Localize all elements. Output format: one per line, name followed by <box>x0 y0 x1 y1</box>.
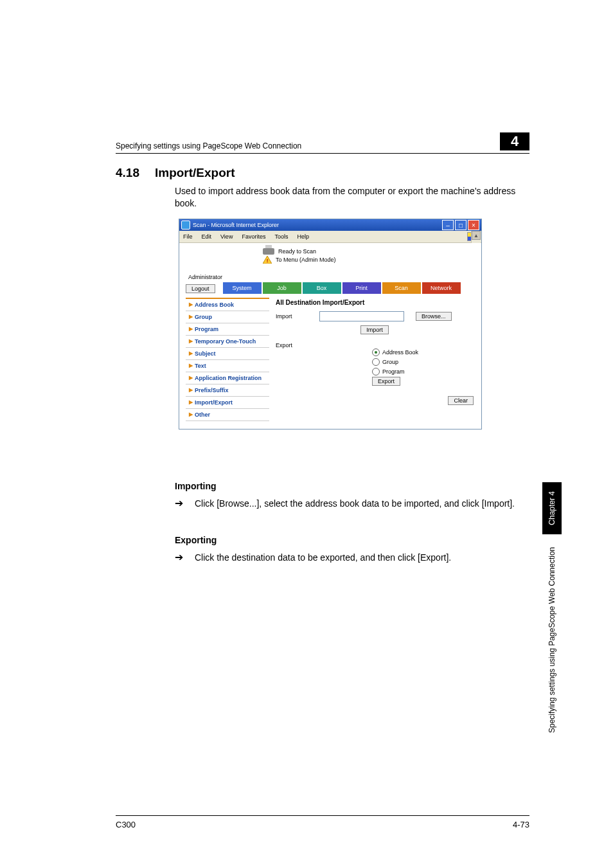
sidebar-item-label: Other <box>195 411 210 418</box>
sidebar-item-application-registration[interactable]: ▶Application Registration <box>186 372 269 384</box>
arrow-icon: ➔ <box>175 552 183 564</box>
footer-page: 4-73 <box>513 820 529 829</box>
tab-scan[interactable]: Scan <box>382 282 421 294</box>
sidebar-item-label: Program <box>195 326 218 332</box>
sidebar-item-temporary-one-touch[interactable]: ▶Temporary One-Touch <box>186 336 269 348</box>
sidebar-item-label: Subject <box>195 350 216 357</box>
sidebar-item-program[interactable]: ▶Program <box>186 323 269 336</box>
tab-job[interactable]: Job <box>263 282 301 294</box>
radio-group[interactable]: Group <box>372 358 474 366</box>
section-heading: 4.18 Import/Export <box>116 166 235 180</box>
sidebar-item-prefix-suffix[interactable]: ▶Prefix/Suffix <box>186 384 269 397</box>
tab-system[interactable]: System <box>223 282 262 294</box>
sidebar-item-text[interactable]: ▶Text <box>186 360 269 372</box>
logout-button[interactable]: Logout <box>186 284 215 293</box>
tab-network[interactable]: Network <box>422 282 461 294</box>
triangle-icon: ▶ <box>189 338 193 345</box>
tab-print[interactable]: Print <box>342 282 381 294</box>
exporting-text: Click the destination data to be exporte… <box>195 552 451 564</box>
sidebar-item-label: Group <box>195 314 212 320</box>
close-button[interactable]: × <box>468 220 479 230</box>
scroll-up-icon[interactable]: ▲ <box>472 231 481 240</box>
radio-icon <box>372 368 380 375</box>
radio-program[interactable]: Program <box>372 368 474 375</box>
import-label: Import <box>276 313 308 320</box>
sidebar-item-label: Address Book <box>195 302 234 308</box>
menu-file[interactable]: File <box>183 233 193 240</box>
radio-label: Address Book <box>382 349 418 356</box>
triangle-icon: ▶ <box>189 302 193 308</box>
sidebar-item-label: Prefix/Suffix <box>195 387 229 393</box>
footer-model: C300 <box>116 820 136 829</box>
chapter-number-box: 4 <box>500 132 529 150</box>
section-number: 4.18 <box>116 166 139 180</box>
exporting-heading: Exporting <box>175 535 217 545</box>
radio-address-book[interactable]: Address Book <box>372 348 474 356</box>
admin-label: Administrator <box>188 274 475 280</box>
to-menu-text: To Menu (Admin Mode) <box>276 257 336 263</box>
chapter-label: Chapter 4 <box>542 482 562 534</box>
content-title: All Destination Import/Export <box>276 299 474 306</box>
sidebar-item-import-export[interactable]: ▶Import/Export <box>186 397 269 409</box>
menu-help[interactable]: Help <box>297 233 309 240</box>
menu-edit[interactable]: Edit <box>202 233 212 240</box>
clear-button[interactable]: Clear <box>448 396 474 405</box>
content-area: All Destination Import/Export Import Bro… <box>274 298 475 421</box>
menubar: File Edit View Favorites Tools Help <box>179 231 481 243</box>
sidebar-item-other[interactable]: ▶Other <box>186 409 269 421</box>
triangle-icon: ▶ <box>189 411 193 418</box>
triangle-icon: ▶ <box>189 350 193 357</box>
running-head: Specifying settings using PageScope Web … <box>116 141 301 150</box>
arrow-icon: ➔ <box>175 498 183 510</box>
sidebar-item-address-book[interactable]: ▶Address Book <box>186 299 269 311</box>
triangle-icon: ▶ <box>189 387 193 393</box>
status-ready-row: Ready to Scan <box>263 248 475 255</box>
menu-favorites[interactable]: Favorites <box>242 233 265 240</box>
section-intro: Used to import address book data from th… <box>175 185 517 210</box>
menu-tools[interactable]: Tools <box>274 233 288 240</box>
minimize-button[interactable]: – <box>442 220 454 230</box>
sidebar-item-subject[interactable]: ▶Subject <box>186 348 269 360</box>
triangle-icon: ▶ <box>189 399 193 406</box>
importing-text: Click [Browse...], select the address bo… <box>195 498 515 510</box>
warning-icon: ! <box>263 256 272 264</box>
export-button[interactable]: Export <box>372 377 400 386</box>
running-head-row: Specifying settings using PageScope Web … <box>116 132 529 154</box>
triangle-icon: ▶ <box>189 326 193 332</box>
triangle-icon: ▶ <box>189 363 193 369</box>
browse-button[interactable]: Browse... <box>416 312 452 321</box>
radio-icon <box>372 348 380 356</box>
triangle-icon: ▶ <box>189 375 193 381</box>
radio-label: Program <box>382 368 405 375</box>
window-title: Scan - Microsoft Internet Explorer <box>193 222 279 228</box>
radio-label: Group <box>382 359 398 365</box>
maximize-button[interactable]: □ <box>455 220 466 230</box>
sidebar-item-group[interactable]: ▶Group <box>186 311 269 323</box>
svg-text:!: ! <box>267 258 269 264</box>
sidebar-item-label: Text <box>195 363 206 369</box>
footer: C300 4-73 <box>116 815 529 829</box>
ie-icon <box>181 221 190 230</box>
status-menu-row[interactable]: ! To Menu (Admin Mode) <box>263 256 475 264</box>
status-ready: Ready to Scan <box>278 248 316 255</box>
sidebar-item-label: Application Registration <box>195 375 262 381</box>
tab-box[interactable]: Box <box>303 282 341 294</box>
sidebar-item-label: Temporary One-Touch <box>195 338 256 345</box>
sidebar-item-label: Import/Export <box>195 399 233 406</box>
titlebar: Scan - Microsoft Internet Explorer – □ × <box>179 219 481 231</box>
side-caption: Specifying settings using PageScope Web … <box>547 547 556 733</box>
menu-view[interactable]: View <box>220 233 233 240</box>
import-button[interactable]: Import <box>360 325 389 334</box>
tab-row: System Job Box Print Scan Network <box>223 282 462 294</box>
section-title: Import/Export <box>155 166 235 180</box>
side-panel: ▶Address Book ▶Group ▶Program ▶Temporary… <box>186 298 269 421</box>
radio-icon <box>372 358 380 366</box>
importing-heading: Importing <box>175 481 217 491</box>
browser-window: Scan - Microsoft Internet Explorer – □ ×… <box>179 219 482 429</box>
import-path-input[interactable] <box>319 311 404 321</box>
triangle-icon: ▶ <box>189 314 193 320</box>
export-label: Export <box>276 342 308 348</box>
printer-icon <box>263 248 274 255</box>
